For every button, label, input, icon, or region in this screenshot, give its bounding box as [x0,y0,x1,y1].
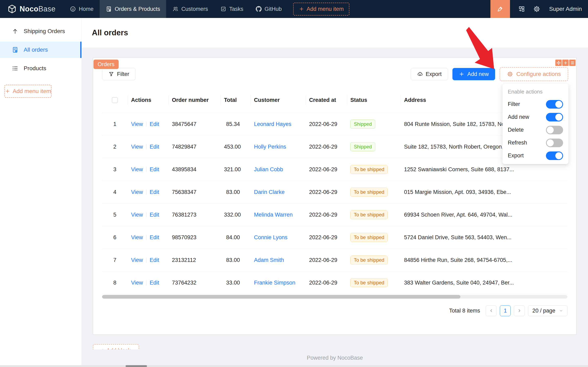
edit-link[interactable]: Edit [150,234,159,241]
status-badge: To be shipped [350,188,388,197]
view-link[interactable]: View [131,212,143,218]
customer-link[interactable]: Melinda Warren [254,212,293,218]
customer-link[interactable]: Adam Smith [254,257,284,263]
column-header-customer[interactable]: Customer [251,87,306,113]
view-link[interactable]: View [131,280,143,286]
column-header-total[interactable]: Total [220,87,251,113]
enable-action-filter[interactable]: Filter [503,98,568,111]
page-number-button[interactable]: 1 [500,305,511,316]
insert-block-button[interactable] [562,60,569,66]
add-block-button[interactable]: + Add block [93,344,139,350]
customer-cell: Leonard Hayes [251,121,306,127]
delete-toggle[interactable] [546,126,563,134]
customer-link[interactable]: Holly Perkins [254,144,286,150]
edit-link[interactable]: Edit [150,212,159,218]
enable-action-label: Delete [508,127,524,133]
column-header-order-number[interactable]: Order number [168,87,220,113]
add-new-toggle[interactable] [546,113,563,121]
menu-item-home[interactable]: Home [64,0,100,18]
user-menu[interactable]: Super Admin [549,6,582,12]
add-menu-item-label: Add menu item [307,6,344,12]
edit-link[interactable]: Edit [150,280,159,286]
view-link[interactable]: View [131,144,143,150]
filter-toggle[interactable] [546,100,563,108]
column-header-status[interactable]: Status [347,87,401,113]
brand-text: NocoBase [20,5,56,13]
chevron-right-icon [517,309,522,313]
total-cell: 33.00 [220,280,251,286]
column-header-actions[interactable]: Actions [128,87,168,113]
enable-action-delete[interactable]: Delete [503,124,568,136]
sidebar: Shipping Orders All orders Products Add … [0,18,82,367]
add-new-button[interactable]: Add new [453,68,495,80]
status-cell: Shipped [347,142,401,151]
page-horizontal-scrollbar[interactable] [0,365,588,367]
scrollbar-thumb[interactable] [102,295,460,299]
edit-link[interactable]: Edit [150,189,159,195]
enable-action-add-new[interactable]: Add new [503,111,568,124]
customer-link[interactable]: Frankie Simpson [254,280,295,286]
block-settings-menu-button[interactable] [569,60,576,66]
address-cell: 015 Margie Mission, Apt. 093, 34936, Ebe… [401,189,567,195]
edit-link[interactable]: Edit [150,121,159,127]
export-button[interactable]: Export [411,68,448,80]
view-link[interactable]: View [131,166,143,173]
page-size-value: 20 / page [532,308,555,314]
view-link[interactable]: View [131,121,143,127]
customer-link[interactable]: Leonard Hayes [254,121,291,127]
menu-item-label: Home [79,6,93,12]
enable-action-refresh[interactable]: Refresh [503,136,568,149]
page-size-select[interactable]: 20 / page [528,305,567,316]
address-cell: 383 Walter Gardens, Suite 040, 24947, Be… [401,280,567,286]
sidebar-item-all-orders[interactable]: All orders [0,42,82,58]
enable-action-export[interactable]: Export [503,149,568,162]
created-at-cell: 2022-06-29 [306,257,347,263]
table-horizontal-scrollbar[interactable] [102,295,567,299]
sidebar-add-menu-item-button[interactable]: Add menu item [5,85,51,98]
column-header-created-at[interactable]: Created at [306,87,347,113]
actions-divider [146,144,146,150]
enable-action-label: Export [508,152,524,159]
settings-button[interactable] [533,6,540,12]
customer-link[interactable]: Darin Clarke [254,189,285,195]
ui-editor-button[interactable] [490,0,510,18]
next-page-button[interactable] [514,305,525,316]
sidebar-item-shipping-orders[interactable]: Shipping Orders [0,23,82,39]
menu-item-customers[interactable]: Customers [166,0,214,18]
plugin-squares-icon [518,6,525,12]
export-toggle[interactable] [546,151,563,160]
edit-link[interactable]: Edit [150,166,159,173]
toolbar-right-group: Export Add new Configure actions [411,67,568,81]
refresh-toggle[interactable] [546,139,563,147]
view-link[interactable]: View [131,234,143,241]
add-block-clipped-region: + Add block [93,344,139,350]
plus-icon [5,89,10,94]
plugins-button[interactable] [518,6,525,12]
view-link[interactable]: View [131,257,143,263]
gear-icon [533,6,540,12]
select-all-header-cell [102,87,128,113]
highlighter-icon [496,5,504,13]
brand-logo[interactable]: NocoBase [0,4,64,14]
edit-link[interactable]: Edit [150,257,159,263]
row-actions-cell: View Edit [128,189,168,195]
sidebar-item-products[interactable]: Products [0,60,82,76]
filter-button[interactable]: Filter [102,68,135,80]
arrow-up-icon [12,28,18,34]
customers-icon [172,6,178,12]
navbar-add-menu-item-button[interactable]: Add menu item [293,3,350,16]
row-index: 7 [102,257,128,263]
prev-page-button[interactable] [486,305,496,316]
page-scrollbar-thumb[interactable] [126,365,147,367]
configure-actions-button[interactable]: Configure actions [500,67,568,81]
customer-link[interactable]: Connie Lyons [254,234,287,241]
menu-item-github[interactable]: GitHub [250,0,288,18]
view-link[interactable]: View [131,189,143,195]
menu-item-tasks[interactable]: Tasks [214,0,250,18]
customer-link[interactable]: Julian Cobb [254,166,283,173]
drag-handle[interactable] [555,60,562,66]
select-all-checkbox[interactable] [112,97,118,103]
menu-item-orders-products[interactable]: Orders & Products [100,0,166,18]
edit-link[interactable]: Edit [150,144,159,150]
status-cell: To be shipped [347,188,401,197]
